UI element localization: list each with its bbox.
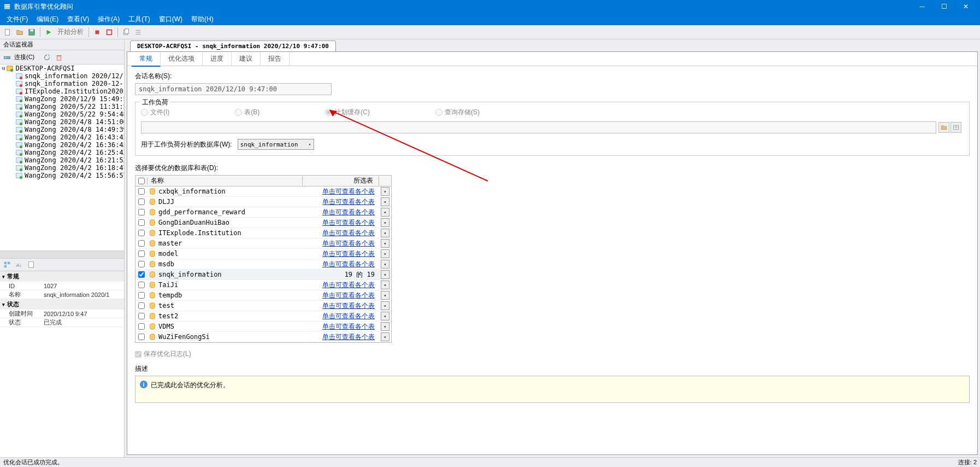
col-name[interactable]: 名称 [147, 176, 303, 185]
expand-icon[interactable]: ⊟ [2, 66, 5, 71]
maximize-button[interactable]: ☐ [933, 0, 955, 13]
view-tables-link[interactable]: 单击可查看各个表 [322, 333, 375, 341]
minimize-button[interactable]: ─ [911, 0, 933, 13]
radio-file[interactable]: 文件(I) [141, 108, 169, 117]
table-row[interactable]: GongDianDuanHuiBao单击可查看各个表▾ [135, 218, 391, 228]
view-tables-link[interactable]: 单击可查看各个表 [322, 260, 375, 268]
browse-file-icon[interactable] [938, 122, 949, 133]
view-tables-link[interactable]: 单击可查看各个表 [322, 281, 375, 289]
menu-view[interactable]: 查看(V) [63, 13, 93, 25]
radio-plan-cache[interactable]: 计划缓存(C) [325, 108, 370, 117]
view-tables-link[interactable]: 单击可查看各个表 [322, 188, 375, 195]
menu-file[interactable]: 文件(F) [2, 13, 32, 25]
table-row[interactable]: DLJJ单击可查看各个表▾ [135, 197, 391, 207]
dropdown-icon[interactable]: ▾ [381, 218, 389, 227]
view-tables-link[interactable]: 单击可查看各个表 [322, 198, 375, 206]
open-icon[interactable] [14, 27, 25, 38]
radio-query-store[interactable]: 查询存储(S) [435, 108, 480, 117]
row-checkbox[interactable] [138, 209, 145, 215]
select-all-checkbox[interactable] [138, 178, 145, 184]
tree-item[interactable]: WangZong 2020/4/2 16:18:47 [0, 164, 124, 172]
list-icon[interactable] [133, 27, 144, 38]
prop-cat-general[interactable]: 常规 [0, 271, 124, 282]
table-row[interactable]: master单击可查看各个表▾ [135, 238, 391, 249]
tree-item[interactable]: WangZong 2020/5/22 11:31:51 [0, 103, 124, 110]
dropdown-icon[interactable]: ▾ [381, 187, 389, 196]
connect-icon[interactable] [2, 52, 12, 62]
prop-v-created[interactable]: 2020/12/10 9:47 [44, 311, 124, 317]
tree-item[interactable]: snqk_information 2020-12-10 09:4 [0, 80, 124, 87]
save-log-checkbox[interactable]: 保存优化日志(L) [135, 349, 970, 359]
dropdown-icon[interactable]: ▾ [381, 239, 389, 248]
prop-v-status[interactable]: 已完成 [44, 318, 124, 326]
tree-item[interactable]: WangZong 2020/5/22 9:54:48 [0, 110, 124, 118]
document-tab[interactable]: DESKTOP-ACRFQSI - snqk_information 2020/… [130, 40, 336, 51]
prop-page-icon[interactable] [26, 260, 36, 270]
radio-table[interactable]: 表(B) [235, 108, 259, 117]
browse-table-icon[interactable] [951, 122, 961, 133]
copy-icon[interactable] [121, 27, 132, 38]
row-checkbox[interactable] [138, 188, 145, 195]
close-button[interactable]: ✕ [955, 0, 977, 13]
table-row[interactable]: gdd_performance_reward单击可查看各个表▾ [135, 207, 391, 218]
tree-root-label[interactable]: DESKTOP-ACRFQSI [15, 65, 74, 72]
dropdown-icon[interactable]: ▾ [381, 332, 389, 341]
row-checkbox[interactable] [138, 240, 145, 247]
table-row[interactable]: test单击可查看各个表▾ [135, 301, 391, 311]
dropdown-icon[interactable]: ▾ [381, 322, 389, 331]
table-row[interactable]: snqk_information19 的 19▾ [135, 270, 391, 280]
tree-hscroll[interactable] [0, 250, 124, 258]
tree-item[interactable]: WangZong 2020/4/2 16:43:42 [0, 133, 124, 141]
session-name-input[interactable] [135, 83, 332, 95]
dropdown-icon[interactable]: ▾ [381, 229, 389, 237]
play-icon[interactable] [43, 27, 54, 38]
table-row[interactable]: cxbqk_information单击可查看各个表▾ [135, 186, 391, 197]
menu-edit[interactable]: 编辑(E) [32, 13, 63, 25]
dropdown-icon[interactable]: ▾ [381, 260, 389, 268]
tree-item[interactable]: WangZong 2020/4/8 14:49:39 [0, 126, 124, 133]
row-checkbox[interactable] [138, 323, 145, 330]
table-row[interactable]: test2单击可查看各个表▾ [135, 311, 391, 322]
tree-item[interactable]: WangZong 2020/4/2 16:36:43 [0, 141, 124, 149]
tab-general[interactable]: 常规 [132, 52, 161, 67]
stop-icon[interactable] [92, 27, 103, 38]
menu-window[interactable]: 窗口(W) [155, 13, 187, 25]
view-tables-link[interactable]: 单击可查看各个表 [322, 229, 375, 237]
sort-icon[interactable]: A↓ [14, 260, 24, 270]
row-checkbox[interactable] [138, 302, 145, 309]
view-tables-link[interactable]: 单击可查看各个表 [322, 240, 375, 247]
table-row[interactable]: TaiJi单击可查看各个表▾ [135, 280, 391, 290]
categorize-icon[interactable] [2, 260, 12, 270]
workload-path-input[interactable] [141, 121, 936, 133]
row-checkbox[interactable] [138, 230, 145, 236]
dropdown-icon[interactable]: ▾ [381, 301, 389, 310]
tree-item[interactable]: WangZong 2020/4/8 14:51:00 [0, 118, 124, 126]
prop-cat-status[interactable]: 状态 [0, 299, 124, 310]
view-tables-link[interactable]: 单击可查看各个表 [322, 291, 375, 299]
view-tables-link[interactable]: 单击可查看各个表 [322, 323, 375, 330]
menu-action[interactable]: 操作(A) [93, 13, 124, 25]
refresh-icon[interactable] [42, 52, 52, 62]
dropdown-icon[interactable]: ▾ [381, 208, 389, 217]
table-row[interactable]: VDMS单击可查看各个表▾ [135, 322, 391, 332]
dropdown-icon[interactable]: ▾ [381, 291, 389, 300]
save-icon[interactable] [26, 27, 37, 38]
row-checkbox[interactable] [138, 199, 145, 205]
row-checkbox[interactable] [138, 292, 145, 299]
dropdown-icon[interactable]: ▾ [381, 197, 389, 206]
table-row[interactable]: WuZiFenGongSi单击可查看各个表▾ [135, 332, 391, 342]
col-selected-tables[interactable]: 所选表 [303, 176, 379, 185]
tab-reports[interactable]: 报告 [261, 52, 290, 66]
table-row[interactable]: msdb单击可查看各个表▾ [135, 259, 391, 270]
table-row[interactable]: model单击可查看各个表▾ [135, 249, 391, 259]
dropdown-icon[interactable]: ▾ [381, 249, 389, 258]
view-tables-link[interactable]: 单击可查看各个表 [322, 312, 375, 320]
row-checkbox[interactable] [138, 261, 145, 267]
tree-item[interactable]: WangZong 2020/4/2 15:56:57 [0, 172, 124, 179]
new-icon[interactable] [2, 27, 13, 38]
row-checkbox[interactable] [138, 271, 145, 278]
delete-icon[interactable] [54, 52, 64, 62]
workload-db-combo[interactable]: snqk_information [238, 139, 314, 150]
menu-help[interactable]: 帮助(H) [187, 13, 218, 25]
tree-item[interactable]: WangZong 2020/4/2 16:25:42 [0, 149, 124, 156]
